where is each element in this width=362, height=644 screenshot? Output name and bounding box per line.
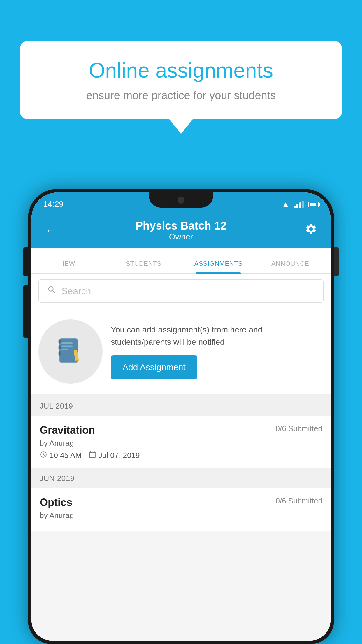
assignment-item-gravitation[interactable]: Gravitation 0/6 Submitted by Anurag 10:4… <box>31 416 331 469</box>
assignment-time: 10:45 AM <box>50 451 82 460</box>
month-header-jun: JUN 2019 <box>31 469 331 488</box>
tab-iew[interactable]: IEW <box>31 260 106 273</box>
tab-students[interactable]: STUDENTS <box>106 260 181 273</box>
notebook-icon <box>55 335 87 368</box>
status-time: 14:29 <box>43 200 64 209</box>
promo-content: You can add assignment(s) from here and … <box>111 324 324 379</box>
assignment-meta: 10:45 AM Jul 07, 2019 <box>40 451 322 460</box>
speech-bubble-title: Online assignments <box>40 58 322 82</box>
meta-date: Jul 07, 2019 <box>89 451 140 460</box>
search-bar[interactable]: Search <box>38 279 324 303</box>
speech-bubble-container: Online assignments ensure more practice … <box>20 41 342 134</box>
assignment-name-optics: Optics <box>40 496 72 509</box>
phone-frame: 14:29 ▲ ← Physics Batch <box>28 189 334 644</box>
wifi-icon: ▲ <box>282 200 289 209</box>
header-center: Physics Batch 12 Owner <box>60 220 302 242</box>
promo-description: You can add assignment(s) from here and … <box>111 324 324 348</box>
header-subtitle: Owner <box>60 232 302 242</box>
svg-rect-5 <box>61 345 73 347</box>
signal-bars-icon <box>294 201 304 208</box>
assignment-item-optics[interactable]: Optics 0/6 Submitted by Anurag <box>31 488 331 531</box>
settings-button[interactable] <box>302 220 320 241</box>
phone-screen: 14:29 ▲ ← Physics Batch <box>31 192 331 640</box>
submitted-badge-optics: 0/6 Submitted <box>276 496 322 505</box>
phone-notch <box>149 192 213 208</box>
phone-side-button-2 <box>23 285 28 338</box>
svg-rect-1 <box>59 340 61 344</box>
speech-bubble-subtitle: ensure more practice for your students <box>40 89 322 102</box>
phone-side-button-right <box>334 247 339 276</box>
meta-time: 10:45 AM <box>40 451 82 460</box>
assignment-row1: Gravitation 0/6 Submitted <box>40 424 322 436</box>
main-content: Search <box>31 274 331 640</box>
search-placeholder: Search <box>61 286 91 297</box>
clock-icon <box>40 451 47 460</box>
assignment-by: by Anurag <box>40 439 322 448</box>
search-icon <box>47 285 57 297</box>
camera-dot <box>178 197 184 204</box>
svg-rect-4 <box>61 342 73 344</box>
submitted-badge: 0/6 Submitted <box>276 424 322 433</box>
add-assignment-button[interactable]: Add Assignment <box>111 355 197 379</box>
back-button[interactable]: ← <box>42 220 60 240</box>
speech-bubble-arrow <box>169 119 193 134</box>
promo-icon-circle <box>38 319 103 384</box>
assignment-by-optics: by Anurag <box>40 511 322 520</box>
svg-rect-6 <box>61 349 68 350</box>
status-icons: ▲ <box>282 200 319 209</box>
month-header-jul: JUL 2019 <box>31 396 331 416</box>
search-container: Search <box>31 274 331 309</box>
calendar-icon <box>89 451 96 460</box>
speech-bubble: Online assignments ensure more practice … <box>20 41 342 119</box>
tabs-container: IEW STUDENTS ASSIGNMENTS ANNOUNCE... <box>31 248 331 274</box>
svg-rect-3 <box>59 351 61 356</box>
svg-rect-2 <box>59 345 61 349</box>
app-header: ← Physics Batch 12 Owner <box>31 213 331 248</box>
assignment-row1-optics: Optics 0/6 Submitted <box>40 496 322 509</box>
assignment-name: Gravitation <box>40 424 95 436</box>
phone-side-button-1 <box>23 247 28 276</box>
tab-assignments[interactable]: ASSIGNMENTS <box>181 260 256 273</box>
header-title: Physics Batch 12 <box>60 220 302 232</box>
assignment-date: Jul 07, 2019 <box>99 451 140 460</box>
promo-card: You can add assignment(s) from here and … <box>31 309 331 396</box>
battery-icon <box>308 202 319 207</box>
tab-announcements[interactable]: ANNOUNCE... <box>256 260 331 273</box>
